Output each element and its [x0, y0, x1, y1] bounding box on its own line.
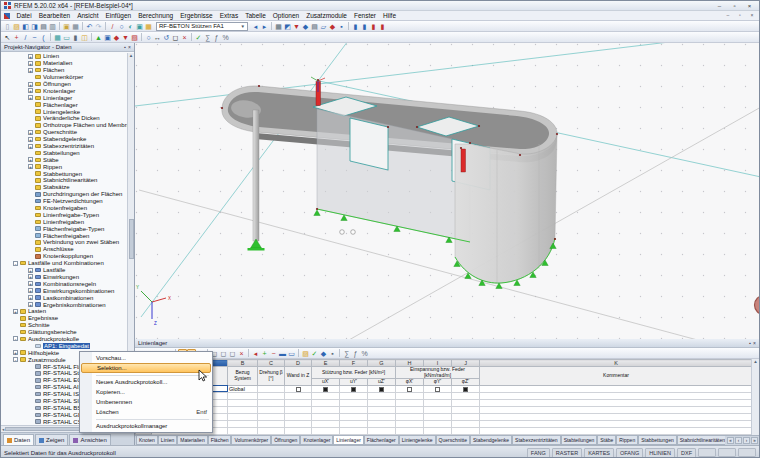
nodal-load-icon[interactable]: ◆ [112, 33, 121, 42]
sheet-tab[interactable]: Flächen [208, 436, 232, 445]
checkbox[interactable] [323, 387, 328, 392]
tree-item[interactable]: - Ausdruckprotokolle [1, 336, 134, 343]
tree-toggle[interactable] [28, 123, 33, 128]
tables-icon[interactable]: ▦ [144, 22, 153, 31]
context-menu-item[interactable]: Vorschau... [81, 353, 211, 363]
hinge-icon[interactable]: ▣ [103, 33, 112, 42]
pin-icon[interactable]: ▪ [749, 340, 751, 346]
select-in-graphic-icon[interactable]: ◆ [319, 349, 328, 358]
tree-toggle[interactable] [13, 323, 18, 328]
empty-cell[interactable] [480, 392, 753, 399]
empty-cell[interactable] [452, 427, 480, 434]
navigator-tab[interactable]: Zeigen [35, 434, 68, 445]
tree-toggle[interactable]: + [28, 295, 33, 300]
tree-item[interactable]: + Stabendgelenke [1, 136, 134, 143]
formula-icon[interactable]: ƒ [351, 349, 360, 358]
tree-item[interactable]: + Rippen [1, 163, 134, 170]
tree-toggle[interactable]: + [28, 302, 33, 307]
tree-item[interactable]: Stabteilungen [1, 149, 134, 156]
empty-cell[interactable] [424, 420, 452, 427]
tree-toggle[interactable] [28, 75, 33, 80]
tree-item[interactable]: + Linienlager [1, 94, 134, 101]
flag-blue-icon[interactable]: ▮ [351, 22, 360, 31]
empty-cell[interactable] [285, 420, 312, 427]
blocks-icon[interactable]: ▪ [337, 22, 346, 31]
tree-item[interactable]: + Querschnitte [1, 129, 134, 136]
tree-toggle[interactable]: + [28, 164, 33, 169]
context-menu-item[interactable]: Löschen Entf [81, 407, 211, 417]
empty-cell[interactable] [424, 406, 452, 413]
empty-cell[interactable] [285, 399, 312, 406]
new-file-icon[interactable]: ▯ [3, 22, 12, 31]
empty-cell[interactable] [424, 392, 452, 399]
line-icon[interactable]: / [21, 33, 30, 42]
empty-cell[interactable] [452, 392, 480, 399]
sheet-tab[interactable]: Stabnichtlinearitäten [677, 436, 728, 445]
jump-icon[interactable]: ◂ [251, 349, 260, 358]
tree-toggle[interactable]: + [28, 281, 33, 286]
delete-row-icon[interactable]: − [269, 349, 278, 358]
empty-cell[interactable] [285, 406, 312, 413]
column-letter[interactable]: E [312, 360, 340, 367]
close-icon[interactable]: × [753, 340, 756, 346]
sheet-tab[interactable]: Flächenlager [364, 436, 399, 445]
tree-toggle[interactable] [28, 240, 33, 245]
sheet-nav-button[interactable]: » [751, 437, 758, 444]
checkbox[interactable] [407, 387, 412, 392]
import-icon[interactable]: ▨ [301, 349, 310, 358]
zoom-icon[interactable]: ○ [117, 22, 126, 31]
tree-toggle[interactable] [28, 192, 33, 197]
tree-toggle[interactable] [28, 219, 33, 224]
empty-cell[interactable] [396, 392, 424, 399]
tree-item[interactable]: Stabbettungen [1, 170, 134, 177]
tree-item[interactable]: Ergebnisse [1, 315, 134, 322]
sheet-nav-button[interactable]: › [743, 437, 750, 444]
printout-report-icon[interactable]: ▤ [310, 22, 319, 31]
tree-item[interactable]: + Linien [1, 53, 134, 60]
checkbox[interactable] [351, 387, 356, 392]
empty-cell[interactable] [368, 427, 396, 434]
save-all-icon[interactable]: ◨ [30, 22, 39, 31]
tree-toggle[interactable]: + [13, 309, 18, 314]
column-letter[interactable]: I [424, 360, 452, 367]
empty-cell[interactable] [228, 399, 258, 406]
view3-icon[interactable]: ◻ [228, 349, 237, 358]
empty-cell[interactable] [312, 392, 340, 399]
tree-toggle[interactable]: + [28, 95, 33, 100]
column-letter[interactable]: C [258, 360, 285, 367]
navigator-tab[interactable]: Daten [3, 434, 34, 445]
status-toggle[interactable]: OFANG [616, 448, 643, 458]
tree-toggle[interactable]: - [13, 261, 18, 266]
empty-cell[interactable] [312, 427, 340, 434]
tree-item[interactable]: FE-Netzverdichtungen [1, 198, 134, 205]
sheet-tab[interactable]: Rippen [616, 436, 638, 445]
column-letter[interactable]: G [368, 360, 396, 367]
tree-item[interactable]: + Lastfälle [1, 267, 134, 274]
model-viewport[interactable]: X Y Z [135, 43, 759, 339]
empty-cell[interactable] [228, 427, 258, 434]
empty-cell[interactable] [396, 420, 424, 427]
empty-cell[interactable] [258, 427, 285, 434]
menu-item[interactable]: Ansicht [74, 12, 102, 19]
mdi-window-button[interactable]: ▫ [735, 12, 745, 19]
empty-cell[interactable] [452, 406, 480, 413]
empty-cell[interactable] [480, 413, 753, 420]
tree-toggle[interactable] [28, 109, 33, 114]
flag-red-icon[interactable]: ▮ [369, 22, 378, 31]
scrollbar-thumb[interactable] [129, 219, 134, 259]
tree-item[interactable]: Liniengelenke [1, 108, 134, 115]
column-letter[interactable]: K [480, 360, 753, 367]
fill-icon[interactable]: ▬ [278, 349, 287, 358]
column-letter[interactable]: J [452, 360, 480, 367]
module-combobox[interactable]: RF-BETON Stützen FA1 ▼ [156, 22, 248, 31]
scroll-up-icon[interactable]: ▲ [753, 359, 757, 364]
empty-cell[interactable] [340, 427, 368, 434]
view2-icon[interactable]: ◻ [219, 349, 228, 358]
percent-icon[interactable]: % [221, 33, 230, 42]
menu-item[interactable]: Berechnung [135, 12, 177, 19]
tree-item[interactable]: + Lasten [1, 308, 134, 315]
empty-cell[interactable] [312, 399, 340, 406]
empty-cell[interactable] [228, 406, 258, 413]
tree-item[interactable]: Veränderliche Dicken [1, 115, 134, 122]
edit-icon[interactable]: / [108, 22, 117, 31]
